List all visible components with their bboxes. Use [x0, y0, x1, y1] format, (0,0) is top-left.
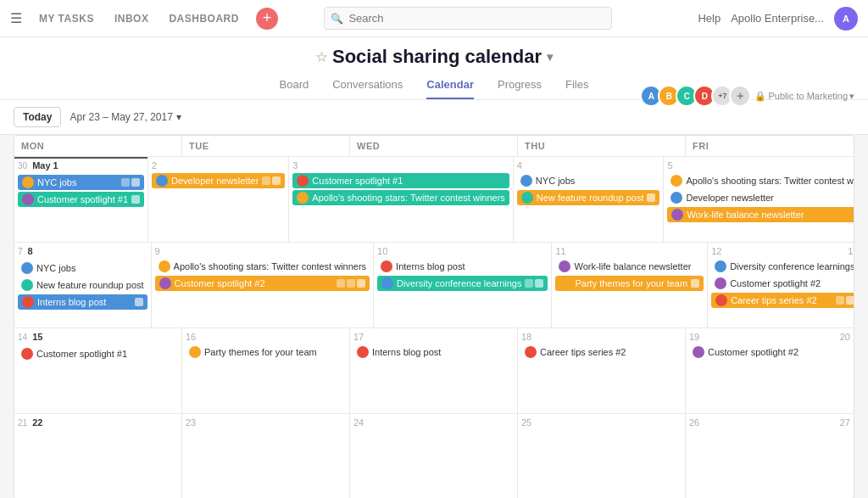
add-button[interactable]: +: [256, 8, 278, 30]
tab-files[interactable]: Files: [565, 73, 588, 99]
avatar-stack: A B C D +7 +: [640, 85, 751, 107]
event-cs1-15[interactable]: Customer spotlight #1: [18, 346, 178, 361]
header-wed: WED: [350, 136, 518, 156]
calendar-header: MON TUE WED THU FRI: [14, 136, 854, 157]
cell-date-17: 17: [353, 332, 514, 342]
add-member-button[interactable]: +: [729, 85, 751, 107]
nav-right: Help Apollo Enterprise... A: [698, 7, 858, 31]
event-cs2-9[interactable]: Customer spotlight #2: [155, 276, 370, 291]
hamburger-icon[interactable]: ☰: [10, 10, 22, 26]
cal-cell-2[interactable]: 2 Developer newsletter: [148, 157, 289, 242]
cell-date-may1: May 1: [32, 160, 58, 171]
search-container: 🔍: [324, 7, 612, 30]
event-cs2-12[interactable]: Customer spotlight #2: [711, 276, 854, 291]
cell-date-25: 25: [521, 417, 682, 428]
calendar: MON TUE WED THU FRI 30 May 1 NYC jobs: [14, 135, 854, 498]
cell-date-9: 9: [155, 246, 370, 256]
event-interns-17[interactable]: Interns blog post: [353, 344, 514, 360]
event-party-16[interactable]: Party themes for your team: [186, 344, 346, 360]
event-wln-fri[interactable]: Work-life balance newsletter: [667, 207, 854, 222]
header-fri: FRI: [686, 136, 854, 156]
cal-cell-19[interactable]: 19 20 Customer spotlight #2: [686, 328, 854, 413]
event-nyc-8[interactable]: NYC jobs: [18, 260, 147, 276]
cal-cell-18[interactable]: 18 Career tips series #2: [518, 328, 686, 413]
cal-cell-4[interactable]: 4 NYC jobs New feature roundup post: [514, 157, 665, 242]
cal-cell-15[interactable]: 14 15 Customer spotlight #1: [14, 328, 182, 413]
event-apollo-9[interactable]: Apollo's shooting stars: Twitter contest…: [155, 259, 370, 274]
calendar-week-1: 30 May 1 NYC jobs Customer spotlight #1: [14, 157, 854, 243]
cell-date-26: 26: [689, 417, 699, 428]
help-link[interactable]: Help: [698, 12, 721, 25]
today-button[interactable]: Today: [14, 107, 61, 127]
tab-conversations[interactable]: Conversations: [332, 73, 403, 99]
cal-cell-10[interactable]: 10 Interns blog post Diversity conferenc…: [374, 243, 552, 327]
star-icon[interactable]: ☆: [315, 49, 327, 65]
week-num-7: 7: [18, 247, 23, 256]
cal-cell-17[interactable]: 17 Interns blog post: [350, 328, 518, 413]
event-nfr-8[interactable]: New feature roundup post: [18, 277, 147, 293]
project-title: ☆ Social sharing calendar ▾: [0, 46, 868, 68]
event-dev-newsletter-w1[interactable]: Developer newsletter: [152, 173, 285, 188]
event-career-12[interactable]: Career tips series #2: [711, 293, 854, 308]
event-dcl-12[interactable]: Diversity conference learnings: [711, 259, 854, 274]
cal-cell-3[interactable]: 3 Customer spotlight #1 Apollo's shootin…: [289, 157, 514, 242]
header-thu: THU: [518, 136, 686, 156]
week-num-14: 14: [18, 333, 27, 342]
cell-date-23: 23: [186, 417, 346, 428]
event-cs2-19[interactable]: Customer spotlight #2: [689, 344, 850, 360]
event-cs1-wed[interactable]: Customer spotlight #1: [292, 173, 509, 188]
cell-date-4: 4: [517, 160, 660, 171]
project-title-text: Social sharing calendar: [332, 46, 542, 68]
cal-cell-8[interactable]: 7 8 NYC jobs New feature roundup post In…: [14, 243, 152, 327]
top-nav: ☰ MY TASKS INBOX DASHBOARD + 🔍 Help Apol…: [0, 0, 868, 37]
search-input[interactable]: [324, 7, 612, 30]
event-nyc-jobs-w1[interactable]: NYC jobs: [18, 175, 144, 190]
cal-cell-11[interactable]: 11 Work-life balance newsletter Party th…: [552, 243, 708, 327]
project-header-right: A B C D +7 + 🔒 Public to Marketing ▾: [640, 85, 854, 107]
date-range-caret: ▾: [176, 111, 181, 123]
cal-cell-9[interactable]: 9 Apollo's shooting stars: Twitter conte…: [152, 243, 375, 327]
dashboard-link[interactable]: DASHBOARD: [162, 9, 246, 28]
tab-calendar[interactable]: Calendar: [426, 73, 474, 99]
event-interns-8[interactable]: Interns blog post: [18, 294, 147, 310]
event-apollo-fri[interactable]: Apollo's shooting stars: Twitter contest…: [667, 173, 854, 188]
my-tasks-link[interactable]: MY TASKS: [32, 9, 101, 28]
cell-date-15: 15: [32, 332, 42, 342]
event-apollo-wed[interactable]: Apollo's shooting stars: Twitter contest…: [292, 190, 509, 205]
org-name[interactable]: Apollo Enterprise...: [731, 12, 824, 25]
inbox-link[interactable]: INBOX: [108, 9, 156, 28]
user-avatar[interactable]: A: [834, 7, 858, 31]
cal-cell-16[interactable]: 16 Party themes for your team: [182, 328, 350, 413]
title-caret-icon[interactable]: ▾: [547, 50, 553, 64]
visibility-badge[interactable]: 🔒 Public to Marketing ▾: [754, 91, 854, 102]
cal-cell-25[interactable]: 25: [518, 414, 686, 498]
event-career-18[interactable]: Career tips series #2: [521, 344, 682, 360]
tab-progress[interactable]: Progress: [498, 73, 542, 99]
visibility-text: Public to Marketing: [768, 91, 848, 101]
cell-date-8: 8: [28, 246, 33, 256]
event-party-11[interactable]: Party themes for your team: [555, 276, 704, 291]
tab-board[interactable]: Board: [280, 73, 309, 99]
event-dcl-10[interactable]: Diversity conference learnings: [377, 276, 548, 291]
cal-cell-5[interactable]: 5 6 Apollo's shooting stars: Twitter con…: [664, 157, 854, 242]
event-nyc-thu[interactable]: NYC jobs: [517, 173, 660, 188]
event-interns-10[interactable]: Interns blog post: [377, 259, 548, 274]
cell-date-10: 10: [377, 246, 548, 256]
event-customer-spotlight-1-w1[interactable]: Customer spotlight #1: [18, 192, 144, 207]
lock-icon: 🔒: [754, 91, 766, 102]
cal-cell-26[interactable]: 26 27: [686, 414, 854, 498]
cal-cell-may1[interactable]: 30 May 1 NYC jobs Customer spotlight #1: [14, 157, 148, 242]
cal-cell-24[interactable]: 24: [350, 414, 518, 498]
cell-date-19: 19: [689, 332, 699, 342]
cell-date-18: 18: [521, 332, 682, 342]
date-range[interactable]: Apr 23 – May 27, 2017 ▾: [70, 111, 181, 123]
search-icon: 🔍: [331, 13, 343, 25]
cal-cell-22[interactable]: 21 22: [14, 414, 182, 498]
cal-cell-23[interactable]: 23: [182, 414, 350, 498]
visibility-caret: ▾: [849, 91, 854, 102]
event-devnews-fri[interactable]: Developer newsletter: [667, 190, 854, 205]
header-mon: MON: [14, 136, 182, 156]
event-wln-11[interactable]: Work-life balance newsletter: [555, 259, 704, 274]
event-nfr-thu[interactable]: New feature roundup post: [517, 190, 660, 205]
cal-cell-12[interactable]: 12 13 Diversity conference learnings Cus…: [708, 243, 854, 327]
